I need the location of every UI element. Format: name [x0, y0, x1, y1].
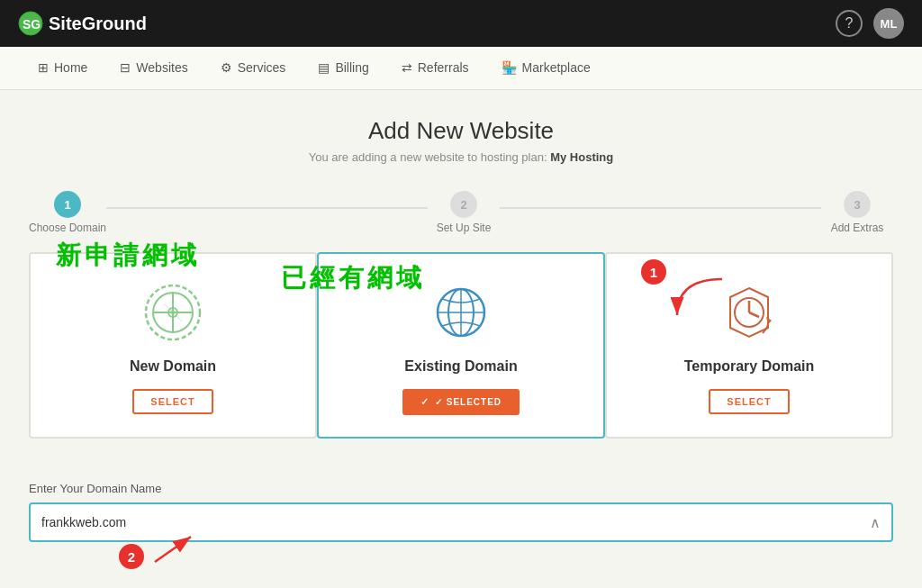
badge-1: 1 [641, 259, 666, 285]
step-1: 1 Choose Domain [29, 191, 106, 234]
avatar[interactable]: ML [873, 8, 904, 39]
steps-container: 1 Choose Domain 2 Set Up Site 3 Add Extr… [29, 191, 893, 234]
nav-websites-label: Websites [136, 60, 187, 75]
nav-home[interactable]: ⊞ Home [22, 47, 104, 89]
existing-domain-selected-button[interactable]: ✓ ✓ SELECTED [402, 389, 520, 415]
svg-text:SG: SG [23, 17, 41, 32]
top-bar: SG SiteGround ? ML [0, 0, 922, 47]
nav-referrals-label: Referrals [418, 60, 469, 75]
nav-referrals[interactable]: ⇄ Referrals [385, 47, 485, 89]
nav-websites[interactable]: ⊟ Websites [104, 47, 203, 89]
referrals-icon: ⇄ [402, 60, 412, 75]
nav-home-label: Home [54, 60, 87, 75]
nav-billing[interactable]: ▤ Billing [302, 47, 384, 89]
billing-icon: ▤ [318, 60, 330, 75]
step-label-2: Set Up Site [437, 222, 492, 234]
logo-text: SiteGround [49, 14, 147, 34]
nav-services-label: Services [238, 60, 286, 75]
main-nav: ⊞ Home ⊟ Websites ⚙ Services ▤ Billing ⇄… [0, 47, 922, 90]
step-3: 3 Add Extras [821, 191, 893, 234]
new-domain-card[interactable]: New Domain SELECT [29, 252, 317, 439]
step-circle-2: 2 [450, 191, 477, 218]
nav-billing-label: Billing [335, 60, 368, 75]
new-domain-title: New Domain [130, 358, 216, 375]
websites-icon: ⊟ [120, 60, 131, 75]
nav-marketplace[interactable]: 🏪 Marketplace [485, 47, 607, 89]
top-bar-right: ? ML [836, 8, 904, 39]
domain-input-wrapper: ∧ [29, 502, 893, 542]
existing-domain-card[interactable]: Existing Domain ✓ ✓ SELECTED [317, 252, 605, 439]
services-icon: ⚙ [221, 60, 232, 75]
page-content: Add New Website You are adding a new web… [0, 90, 922, 588]
step-2: 2 Set Up Site [428, 191, 500, 234]
existing-domain-title: Existing Domain [404, 358, 517, 375]
new-domain-select-button[interactable]: SELECT [132, 389, 212, 414]
domain-input-section: Enter Your Domain Name ∧ 2 [29, 482, 893, 542]
existing-domain-icon [429, 281, 493, 344]
domain-label: Enter Your Domain Name [29, 482, 893, 495]
step-circle-3: 3 [844, 191, 871, 218]
step-label-3: Add Extras [831, 222, 884, 234]
temporary-domain-icon [718, 281, 781, 344]
dropdown-chevron-icon: ∧ [870, 514, 881, 531]
logo: SG SiteGround [18, 11, 147, 36]
badge-2: 2 [119, 544, 144, 569]
help-button[interactable]: ? [836, 10, 863, 37]
svg-line-18 [749, 312, 759, 317]
home-icon: ⊞ [38, 60, 49, 75]
new-domain-icon [141, 281, 204, 344]
step-connector-2 [500, 207, 821, 209]
nav-services[interactable]: ⚙ Services [204, 47, 303, 89]
page-subtitle: You are adding a new website to hosting … [309, 150, 613, 164]
step-label-1: Choose Domain [29, 222, 106, 234]
cards-row: New Domain SELECT Existing Domain [29, 252, 893, 439]
hosting-plan: My Hosting [550, 150, 613, 164]
page-title: Add New Website [368, 117, 554, 145]
domain-input[interactable] [41, 515, 870, 529]
temporary-domain-title: Temporary Domain [684, 358, 815, 375]
marketplace-icon: 🏪 [502, 60, 517, 75]
nav-marketplace-label: Marketplace [522, 60, 591, 75]
step-connector-1 [106, 207, 428, 209]
temporary-domain-select-button[interactable]: SELECT [709, 389, 789, 414]
step-circle-1: 1 [54, 191, 81, 218]
